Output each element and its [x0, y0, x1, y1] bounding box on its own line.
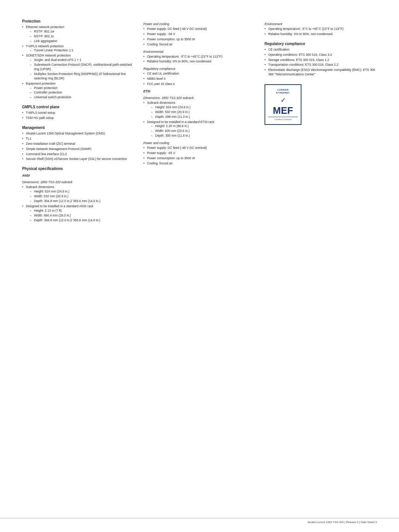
list-item: Width: 660.4 mm (26.0 in.) [30, 214, 134, 218]
list-item: Zero-installation craft (ZIC) terminal [22, 142, 134, 146]
list-item: T-MPLS tunnel setup [22, 111, 134, 115]
list-item: Operating temperature: -5°C to +45°C (23… [265, 27, 377, 31]
sub-list: Power protection Controller protection U… [30, 86, 134, 100]
list-item: Cooling: forced air [143, 161, 256, 166]
list-item: Power protection [30, 86, 134, 91]
list-item: Depth: 304.8 mm (12.0 in.)/ 355.6 mm (14… [30, 199, 134, 204]
reg-compliance-label: Regulatory compliance [143, 67, 256, 71]
badge-certified-text: Certified Compliant [268, 117, 298, 120]
list-item: MSTP: 802.1s [30, 34, 134, 39]
page: Protection Ethernet network protection R… [0, 0, 399, 246]
list-item: Secure Shell (SSH) v2/Secure Socket Laye… [22, 157, 134, 161]
protection-title: Protection [22, 19, 134, 23]
list-item: Single- and dual-ended APS 1 + 1 [30, 58, 134, 62]
power-list: Power supply: DC feed (-48 V DC nominal)… [143, 27, 256, 47]
list-item: Subrack dimensions Height: 624 mm (24.6 … [143, 101, 256, 119]
list-item: Electrostatic discharge (ESD)/ electroma… [265, 68, 377, 77]
list-item: Width: 532 mm (20.9 in.) [30, 194, 134, 199]
sub-list: RSTP: 802.1w MSTP: 802.1s Link aggregati… [30, 30, 134, 44]
sub-list: Tunnel Linear Protection 1:1 [30, 48, 134, 53]
list-item: Relative humidity: 0% to 90%, non-conden… [143, 59, 256, 64]
list-item: NEBS level 3 [143, 77, 256, 81]
etsi-power-label: Power and cooling [143, 141, 256, 145]
etsi-list: Subrack dimensions Height: 624 mm (24.6 … [143, 101, 256, 138]
reg-list: CE and UL certification NEBS level 3 FCC… [143, 72, 256, 86]
sub-list: Height: 624 mm (24.6 in.) Width: 532 mm … [151, 105, 256, 119]
list-item: Power supply: DC feed (-48 V DC nominal) [143, 146, 256, 150]
list-item: Simple Network Management Protocol (SNMP… [22, 147, 134, 151]
list-item: Width: 600 mm (23.6 in.) [151, 129, 256, 133]
list-item: Operating temperature: -5°C to +45°C (23… [143, 55, 256, 59]
col3-env-list: Operating temperature: -5°C to +45°C (23… [265, 27, 377, 37]
environment-label: Environment [265, 22, 377, 26]
badge-area: CARRIER ETHERNET ✓ MEF Certified Complia… [265, 84, 377, 125]
reg-compliance-title: Regulatory compliance [265, 42, 377, 46]
sub-list: Single- and dual-ended APS 1 + 1 Subnetw… [30, 58, 134, 81]
list-item: Command line interface (CLI) [22, 152, 134, 157]
list-item: Storage conditions: ETS 300 019, Class 1… [265, 58, 377, 62]
list-item: Subrack dimensions Height: 624 mm (24.6 … [22, 185, 134, 204]
gmpls-title: GMPLS control plane [22, 105, 134, 109]
list-item: Height: 2.20 m (86.6 in.) [151, 124, 256, 129]
ansi-dim-label: Dimensions: 1850 TSS-320 subrack [22, 180, 134, 184]
protection-list: Ethernet network protection RSTP: 802.1w… [22, 25, 134, 100]
list-item: Equipment protection Power protection Co… [22, 82, 134, 100]
list-item: Height: 624 mm (24.6 in.) [30, 190, 134, 194]
ansi-list: Subrack dimensions Height: 624 mm (24.6 … [22, 185, 134, 222]
list-item: TL1 [22, 137, 134, 141]
list-item: Relative humidity: 0% to 90%, non-conden… [265, 32, 377, 37]
footer: Alcatel-Lucent 1850 TSS-320 | Release 3 … [0, 518, 399, 524]
list-item: Power supply: DC feed (-48 V DC nominal) [143, 27, 256, 31]
env-list: Operating temperature: -5°C to +45°C (23… [143, 55, 256, 64]
list-item: Height: 2.13 m (7 ft) [30, 209, 134, 213]
sub-list: Height: 2.20 m (86.6 in.) Width: 600 mm … [151, 124, 256, 138]
badge-mef-text: MEF [273, 106, 293, 115]
etsi-power-list: Power supply: DC feed (-48 V DC nominal)… [143, 146, 256, 166]
list-item: Universal switch protection [30, 95, 134, 100]
etsi-label: ETSI [143, 89, 256, 93]
list-item: Width: 532 mm (20.9 in.) [151, 110, 256, 115]
list-item: Multiplex Section-Protection Ring (MSPRI… [30, 72, 134, 81]
list-item: Power consumption: up to 3500 W [143, 156, 256, 161]
physical-title: Physical specifications [22, 167, 134, 171]
list-item: CE and UL certification [143, 72, 256, 76]
list-item: SONET/SDH network protection Single- and… [22, 54, 134, 81]
sub-list: Height: 2.13 m (7 ft) Width: 660.4 mm (2… [30, 209, 134, 223]
list-item: RSTP: 802.1w [30, 30, 134, 34]
sub-list: Height: 624 mm (24.6 in.) Width: 532 mm … [30, 190, 134, 204]
management-list: Alcatel-Lucent 1350 Optical Management S… [22, 132, 134, 161]
management-title: Management [22, 126, 134, 130]
environmental-label: Environmental [143, 50, 256, 54]
ansi-label: ANSI [22, 174, 134, 177]
list-item: TDM HO path setup [22, 116, 134, 120]
list-item: Controller protection [30, 91, 134, 95]
power-cooling-label: Power and cooling [143, 22, 256, 26]
list-item: Power consumption: up to 3500 W [143, 37, 256, 42]
column-2: Power and cooling Power supply: DC feed … [143, 19, 265, 224]
badge-check-icon: ✓ [280, 96, 286, 104]
list-item: T-MPLS network protection Tunnel Linear … [22, 44, 134, 53]
footer-text: Alcatel-Lucent 1850 TSS-320 | Release 3 … [307, 521, 377, 524]
gmpls-list: T-MPLS tunnel setup TDM HO path setup [22, 111, 134, 120]
list-item: Power supply: -58 V [143, 32, 256, 37]
list-item: Height: 624 mm (24.6 in.) [151, 105, 256, 110]
column-3: Environment Operating temperature: -5°C … [265, 19, 377, 224]
list-item: Transportation conditions: ETS 300 019, … [265, 63, 377, 67]
badge-carrier-text: CARRIER ETHERNET [276, 89, 290, 95]
content-area: Protection Ethernet network protection R… [22, 19, 377, 224]
list-item: CE certification [265, 48, 377, 52]
etsi-dim-label: Dimensions: 1850 TSS-320 subrack [143, 96, 256, 100]
list-item: Depth: 288 mm (11.3 in.) [151, 115, 256, 119]
mef-badge: CARRIER ETHERNET ✓ MEF Certified Complia… [265, 84, 301, 125]
list-item: Cooling: forced air [143, 42, 256, 47]
list-item: Ethernet network protection RSTP: 802.1w… [22, 25, 134, 44]
column-1: Protection Ethernet network protection R… [22, 19, 143, 224]
list-item: Designed to be installed in a standard E… [143, 120, 256, 139]
list-item: FCC part 15 class A [143, 82, 256, 86]
list-item: Depth: 300 mm (11.8 in.) [151, 134, 256, 138]
col3-reg-list: CE certification Operating conditions: E… [265, 48, 377, 77]
list-item: Operating conditions: ETS 300 019, Class… [265, 53, 377, 57]
list-item: Depth: 304.8 mm (12.0 in.)/ 355.6 mm (14… [30, 218, 134, 223]
list-item: Designed to be installed in a standard A… [22, 204, 134, 223]
list-item: Tunnel Linear Protection 1:1 [30, 48, 134, 53]
